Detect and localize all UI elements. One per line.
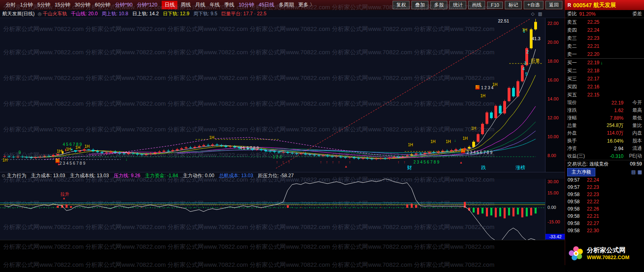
site-url[interactable]: WWW.70822.COM (587, 255, 630, 260)
info-value: 1.62 (614, 108, 623, 113)
bid-row-1[interactable]: 买一22.19↓ (565, 59, 644, 67)
toolbar-button-1[interactable]: 叠加 (412, 1, 428, 9)
bid-row-3[interactable]: 买三22.17 (565, 75, 644, 83)
info-row-3: 总量254.8万量比 (565, 122, 644, 129)
bid-label: 买二 (567, 67, 581, 74)
ask-row-4[interactable]: 卖四22.24 (565, 26, 644, 34)
toolbar-button-2[interactable]: 多股 (430, 1, 447, 9)
tick-price: 22.27 (587, 221, 599, 226)
tick-row-6: 09:5822.27 (565, 220, 644, 227)
info-row-4: 外盘114.0万内盘 (565, 129, 644, 137)
timeframe-item-9[interactable]: 周线 (181, 2, 191, 8)
timeframe-item-15[interactable]: 多周期 (279, 2, 294, 8)
main-fund-tab-row: 主力净额 ▤▦ (565, 168, 644, 176)
formula-icon[interactable]: ◎ (38, 11, 42, 16)
bottom-bar (0, 240, 565, 272)
bid-label: 买四 (567, 84, 581, 90)
indicator-field-4: 主力动作: 0.00 (183, 172, 214, 179)
header-field-1: 周上轨: 10.8 (102, 10, 128, 17)
ask-row-2[interactable]: 卖二22.21 (565, 42, 644, 50)
timeframe-item-5[interactable]: 60分钟 (95, 2, 111, 8)
ask-price: 22.25 (587, 19, 599, 25)
timeframe-item-8[interactable]: 日线 (162, 1, 177, 9)
tab-icon-0[interactable]: ▤ (631, 169, 636, 175)
header-field-5: 巨量平台: 17.7 · 22.5 (221, 10, 266, 17)
timeframe-item-6[interactable]: 分钟*90 (115, 2, 133, 8)
bid-label: 买三 (567, 76, 581, 82)
ask-row-1[interactable]: 卖一22.20 (565, 50, 644, 58)
bid-row-5[interactable]: 买五22.15 (565, 91, 644, 99)
tick-row-2: 09:5822.23 (565, 191, 644, 198)
info-label-2: 量比 (626, 122, 642, 129)
timeframe-item-14[interactable]: 45日线 (259, 2, 274, 8)
collapse-icon[interactable]: ⊙ (2, 173, 5, 178)
panel-icon[interactable]: ▥ (538, 11, 542, 16)
ask-label: 卖四 (567, 27, 581, 34)
price-axis-label: 10.00 (547, 134, 559, 139)
indicator-chart[interactable]: 拉升▲ (0, 179, 545, 240)
timeframe-item-13[interactable]: 10分钟 (239, 2, 254, 8)
tick-row-0: 09:5722.24 (565, 176, 644, 184)
bid-label: 买一 (567, 59, 581, 66)
site-name: 分析家公式网 (587, 247, 630, 254)
indicator-current-value: -33.42 (545, 234, 565, 239)
toolbar-button-6[interactable]: 标记 (505, 1, 522, 9)
chart-header: 航天发展(日线) ◎ 千山火车轨 千山线: 20.0周上轨: 10.8日上轨: … (0, 10, 565, 18)
tab-icon-1[interactable]: ▦ (638, 169, 642, 175)
toolbar-button-4[interactable]: 画线 (468, 1, 485, 9)
weibi-label: 委比 (567, 10, 577, 17)
info-label: 涨幅 (567, 115, 577, 121)
diamond-icon[interactable]: ◇ (531, 11, 534, 16)
status-value: 连续竞价 (589, 161, 609, 168)
toolbar-button-8[interactable]: 返回 (545, 1, 562, 9)
ask-price: 22.20 (587, 51, 599, 57)
toolbar-button-3[interactable]: 统计 (449, 1, 466, 9)
indicator-fields: 主力成本: 13.03主力成本线: 13.03压力线: 9.26主力资金: -1… (31, 172, 298, 179)
tick-row-4: 09:5822.26 (565, 205, 644, 213)
timeframe-item-7[interactable]: 分钟*120 (137, 2, 157, 8)
tab-icons: ▤▦ (631, 169, 642, 175)
timeframe-item-12[interactable]: 季线 (224, 2, 234, 8)
ask-row-5[interactable]: 卖五22.25 (565, 18, 644, 26)
header-field-3: 日下轨: 12.9 (163, 10, 189, 17)
indicator-name: 主力行为 (7, 172, 26, 179)
tab-main-net-amount[interactable]: 主力净额 (567, 168, 595, 176)
timeframe-item-3[interactable]: 15分钟 (55, 2, 70, 8)
info-label: 收益(三) (567, 153, 585, 160)
downtick-arrow-icon: ↓ (601, 60, 603, 65)
bid-row-2[interactable]: 买二22.18 (565, 67, 644, 75)
timeframe-item-10[interactable]: 月线 (195, 2, 205, 8)
ask-book: 卖五22.25卖四22.24卖三22.23卖二22.21卖一22.20 (565, 18, 644, 58)
timeframe-item-0[interactable]: 分时 (6, 2, 16, 8)
timeframe-item-1[interactable]: 1分钟 (20, 2, 33, 8)
info-row-2: 涨幅7.88%最低 (565, 114, 644, 122)
indicator-field-0: 主力成本: 13.03 (31, 172, 65, 179)
info-value: 22.19 (611, 100, 623, 106)
indicator-header: ⊙ 主力行为 主力成本: 13.03主力成本线: 13.03压力线: 9.26主… (0, 172, 565, 179)
r-tag: R (568, 2, 571, 8)
timeframe-item-4[interactable]: 30分钟 (75, 2, 91, 8)
ask-label: 卖二 (567, 43, 581, 50)
bid-price: 22.18 (587, 68, 599, 74)
toolbar-button-7[interactable]: +自选 (524, 1, 543, 9)
info-label: 净资 (567, 145, 577, 152)
price-axis-label: 18.00 (547, 59, 559, 63)
trading-status-row: 交易状态: 连续竞价 09:59 (565, 160, 644, 168)
timeframe-menu: 分时1分钟5分钟15分钟30分钟60分钟分钟*90分钟*120日线周线月线年线季… (6, 1, 319, 9)
info-value: 16.04% (607, 138, 623, 144)
logo-flower-icon (568, 245, 584, 262)
bid-row-4[interactable]: 买四22.16 (565, 83, 644, 91)
ask-row-3[interactable]: 卖三22.23 (565, 34, 644, 42)
weicha-label: 委差 (632, 10, 642, 17)
toolbar-button-5[interactable]: F10 (487, 2, 503, 9)
timeframe-item-16[interactable]: 更多 〉 (298, 2, 315, 8)
toolbar-button-0[interactable]: 复权 (393, 1, 409, 9)
main-chart[interactable]: 22.5141.3巨量1H1H1H1H1H1H1H1H1H1H1H1H1H1H阳… (0, 18, 545, 172)
timeframe-item-2[interactable]: 5分钟 (37, 2, 50, 8)
header-field-4: 周下轨: 9.5 (193, 10, 217, 17)
price-axis-label: 8.00 (547, 153, 556, 158)
timeframe-item-11[interactable]: 年线 (210, 2, 220, 8)
tick-price: 22.23 (587, 184, 599, 190)
window-icons: ◇▥ (531, 11, 565, 16)
indicator-field-1: 主力成本线: 13.03 (70, 172, 109, 179)
